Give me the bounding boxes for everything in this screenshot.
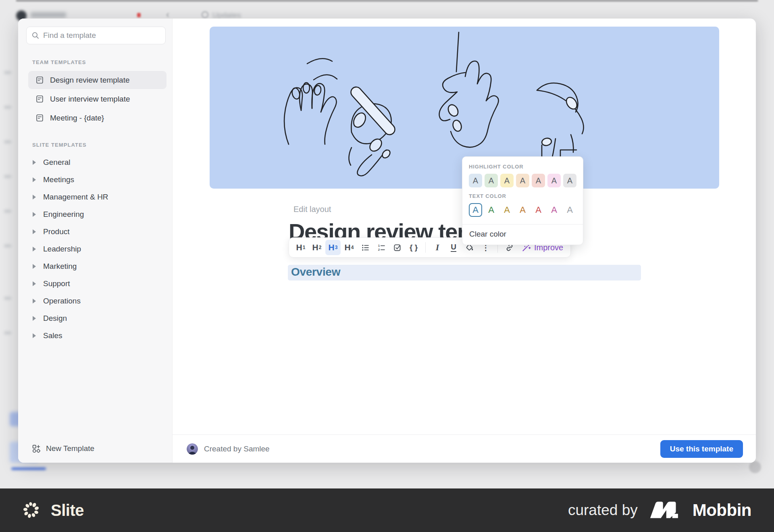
checklist-icon <box>393 243 402 252</box>
sidebar-category-general[interactable]: General <box>18 154 172 171</box>
search-input[interactable] <box>43 31 160 40</box>
chevron-right-icon <box>33 247 36 251</box>
text-swatch-magenta[interactable]: A <box>547 203 561 217</box>
toolbar-divider <box>425 242 426 253</box>
heading2-button[interactable]: H2 <box>309 240 325 255</box>
sidebar-item-user-interview-template[interactable]: User interview template <box>28 90 166 108</box>
template-gallery-modal: TEAM TEMPLATES Design review template Us… <box>18 19 756 463</box>
clear-color-button[interactable]: Clear color <box>462 224 583 245</box>
sidebar-category-design[interactable]: Design <box>18 310 172 327</box>
mobbin-logo-icon <box>648 501 682 520</box>
search-icon <box>31 31 40 39</box>
curated-by: curated by Mobbin <box>568 501 751 520</box>
highlight-swatch-yellow[interactable]: A <box>500 174 514 187</box>
chevron-right-icon <box>33 333 36 338</box>
site-footer: Slite curated by Mobbin <box>0 488 774 532</box>
checklist-button[interactable] <box>390 240 405 255</box>
template-preview: Edit layout Design review template Overv… <box>173 19 756 463</box>
chevron-right-icon <box>33 212 36 217</box>
document-icon <box>35 114 44 122</box>
highlight-swatch-green[interactable]: A <box>485 174 498 187</box>
template-item-label: Design review template <box>50 76 129 85</box>
template-sidebar: TEAM TEMPLATES Design review template Us… <box>18 19 173 463</box>
code-block-button[interactable]: { } <box>406 240 421 255</box>
color-picker-popup: HIGHLIGHT COLOR A A A A A A A TEXT COLOR… <box>462 156 583 245</box>
sidebar-category-product[interactable]: Product <box>18 223 172 240</box>
overview-heading-highlight[interactable]: Overview <box>288 265 641 281</box>
heading4-button[interactable]: H4 <box>341 240 357 255</box>
curated-by-text: curated by <box>568 502 638 519</box>
highlight-swatch-row: A A A A A A A <box>469 174 576 187</box>
text-swatch-green[interactable]: A <box>485 203 498 217</box>
chevron-right-icon <box>33 316 36 321</box>
heading3-button[interactable]: H3 <box>325 240 341 255</box>
notification-dot <box>137 13 141 17</box>
svg-text:2: 2 <box>378 248 380 251</box>
sidebar-category-meetings[interactable]: Meetings <box>18 171 172 188</box>
chevron-right-icon <box>33 195 36 200</box>
chevron-right-icon <box>33 281 36 286</box>
sidebar-category-management-hr[interactable]: Management & HR <box>18 188 172 206</box>
sidebar-category-sales[interactable]: Sales <box>18 327 172 344</box>
slite-logo-icon <box>23 501 40 519</box>
numbered-list-button[interactable]: 1 2 <box>374 240 389 255</box>
background-window-edge <box>16 0 758 1</box>
sidebar-category-operations[interactable]: Operations <box>18 292 172 310</box>
highlight-swatch-pink[interactable]: A <box>547 174 561 187</box>
new-template-icon <box>32 445 41 453</box>
category-list: General Meetings Management & HR Enginee… <box>18 154 172 344</box>
template-item-label: Meeting - {date} <box>50 114 104 123</box>
chevron-right-icon <box>33 264 36 269</box>
highlight-swatch-gray[interactable]: A <box>563 174 576 187</box>
svg-text:1: 1 <box>378 244 380 247</box>
sidebar-item-design-review-template[interactable]: Design review template <box>28 71 166 89</box>
template-footer-bar: Created by Samlee Use this template <box>173 434 756 463</box>
slite-templates-header: SLITE TEMPLATES <box>32 142 172 148</box>
text-swatch-gray[interactable]: A <box>563 203 576 217</box>
chevron-right-icon <box>33 299 36 303</box>
slite-brand: Slite <box>23 501 84 520</box>
sidebar-item-meeting-date[interactable]: Meeting - {date} <box>28 109 166 127</box>
sidebar-category-engineering[interactable]: Engineering <box>18 206 172 223</box>
highlight-swatch-red[interactable]: A <box>532 174 545 187</box>
text-swatch-row: A A A A A A A <box>469 203 576 217</box>
template-search[interactable] <box>26 27 166 44</box>
chevron-right-icon <box>33 229 36 234</box>
use-this-template-button[interactable]: Use this template <box>660 440 743 458</box>
slite-wordmark: Slite <box>51 501 84 520</box>
clock-icon <box>202 11 208 18</box>
text-swatch-yellow[interactable]: A <box>500 203 514 217</box>
team-templates-header: TEAM TEMPLATES <box>32 59 172 65</box>
sidebar-category-support[interactable]: Support <box>18 275 172 292</box>
highlight-color-header: HIGHLIGHT COLOR <box>469 164 576 170</box>
author-avatar <box>187 443 198 455</box>
underline-button[interactable]: U <box>446 240 461 255</box>
chevron-right-icon <box>33 160 36 165</box>
new-template-button[interactable]: New Template <box>32 444 94 453</box>
mobbin-wordmark: Mobbin <box>693 501 751 520</box>
chevron-right-icon <box>33 177 36 182</box>
numbered-list-icon: 1 2 <box>377 243 386 252</box>
sidebar-category-marketing[interactable]: Marketing <box>18 258 172 275</box>
bullet-list-icon <box>361 243 370 252</box>
highlight-swatch-orange[interactable]: A <box>516 174 529 187</box>
heading1-button[interactable]: H1 <box>293 240 308 255</box>
document-icon <box>35 76 44 84</box>
template-item-label: User interview template <box>50 95 130 104</box>
text-color-header: TEXT COLOR <box>469 193 576 199</box>
workspace-name-blob <box>31 12 66 18</box>
created-by-text: Created by Samlee <box>204 445 270 453</box>
text-swatch-orange[interactable]: A <box>516 203 529 217</box>
overview-heading: Overview <box>291 266 637 278</box>
sidebar-category-leadership[interactable]: Leadership <box>18 240 172 258</box>
highlight-swatch-blue[interactable]: A <box>469 174 482 187</box>
help-button-blurred <box>749 461 761 473</box>
document-icon <box>35 95 44 103</box>
text-swatch-red[interactable]: A <box>532 203 545 217</box>
italic-button[interactable]: I <box>430 240 445 255</box>
text-swatch-blue-selected[interactable]: A <box>469 203 482 217</box>
bullet-list-button[interactable] <box>358 240 373 255</box>
